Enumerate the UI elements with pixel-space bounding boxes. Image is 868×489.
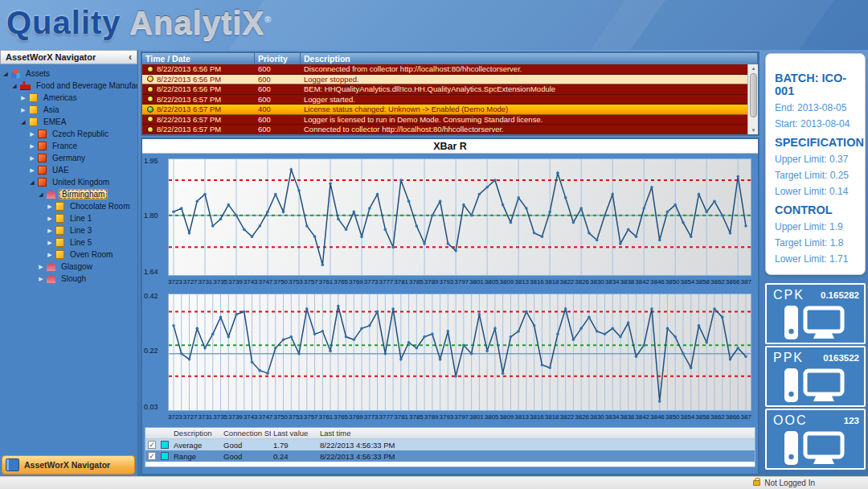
expander-closed-icon[interactable]: ▶ [19,107,27,113]
x-tick-label: 3797 [454,278,469,288]
expander-closed-icon[interactable]: ▶ [28,143,36,150]
x-tick-label: 3816 [530,278,544,288]
x-tick-label: 3753 [289,413,303,423]
collapse-panel-icon[interactable]: ‹ [129,51,132,63]
expander-closed-icon[interactable]: ▶ [37,276,45,282]
tree-item-food-and-beverage-manufacturing[interactable]: ◢Food and Beverage Manufacturing [0,80,137,92]
series-visible-checkbox[interactable]: ✓ [148,441,156,449]
expander-open-icon[interactable]: ◢ [28,179,36,186]
cube-yellow-icon [29,93,38,102]
tree-item-oven-room[interactable]: ▶Oven Room [0,249,137,261]
x-tick-label: 3743 [244,278,258,288]
scrollbar-thumb[interactable] [750,73,757,117]
x-tick-label: 3858 [695,413,710,423]
expander-closed-icon[interactable]: ▶ [46,240,54,246]
x-tick-label: 3735 [213,278,227,288]
expander-closed-icon[interactable]: ▶ [46,216,54,222]
spec-target-limit: Target Limit: 0.25 [775,170,865,181]
kpi-tiles: CPK0.165282PPK0163522OOC123 [765,283,868,470]
tree-item-assets[interactable]: ◢Assets [0,68,137,80]
column-header-description[interactable]: Description [301,53,758,64]
tree-item-slough[interactable]: ▶Slough [0,273,137,285]
alarm-priority: 600 [255,125,301,134]
tree-item-france[interactable]: ▶France [0,140,137,152]
expander-closed-icon[interactable]: ▶ [46,203,54,210]
expander-closed-icon[interactable]: ▶ [28,155,36,162]
navigator-bottom-button[interactable]: AssetWorX Navigator [2,455,135,475]
x-tick-label: 3846 [650,278,665,288]
column-header-priority[interactable]: Priority [255,53,301,64]
alarm-state-icon [147,86,154,92]
series-last-time: 8/22/2013 4:56:33 PM [317,452,755,461]
alarm-scrollbar[interactable]: ▲ ▼ [747,64,758,134]
alarm-row[interactable]: 8/22/2013 6:57 PM600Connected to collect… [142,125,747,135]
tree-item-emea[interactable]: ◢EMEA [0,116,137,128]
tree-item-americas[interactable]: ▶Americas [0,92,137,104]
expander-closed-icon[interactable]: ▶ [28,131,36,138]
computer-icon-wrap [783,304,845,346]
series-description: Average [171,441,221,450]
cube-orange-icon [38,166,47,175]
logo-analytix: AnalytiX [129,5,264,40]
x-tick-label: 3850 [665,278,680,288]
tree-item-line-1[interactable]: ▶Line 1 [0,212,137,224]
tree-item-label: Chocolate Room [68,202,132,211]
tree-item-germany[interactable]: ▶Germany [0,152,137,164]
expander-open-icon[interactable]: ◢ [37,191,45,198]
tree-item-uae[interactable]: ▶UAE [0,164,137,176]
x-tick-label: 3769 [349,278,363,288]
series-visible-checkbox[interactable]: ✓ [148,452,156,460]
expander-open-icon[interactable]: ◢ [19,119,27,125]
legend-row-range[interactable]: ✓RangeGood0.248/22/2013 4:56:33 PM [145,450,755,462]
batch-title: BATCH: ICO-001 [775,72,865,97]
specification-title: SPECIFICATION [775,136,865,149]
tree-item-birmingham[interactable]: ◢Birmingham [0,188,137,200]
alarm-rows: 8/22/2013 6:56 PM600Disconnected from co… [142,64,747,134]
expander-closed-icon[interactable]: ▶ [37,264,45,270]
alarm-row[interactable]: 8/22/2013 6:57 PM400License status chang… [142,105,747,115]
alarm-row[interactable]: 8/22/2013 6:57 PM600Logger is licensed t… [142,115,747,125]
expander-closed-icon[interactable]: ▶ [28,167,36,174]
tree-item-label: Germany [50,154,88,162]
navigator-header[interactable]: AssetWorX Navigator ‹ [0,50,137,64]
tree-item-chocolate-room[interactable]: ▶Chocolate Room [0,200,137,212]
tree-item-line-5[interactable]: ▶Line 5 [0,236,137,249]
tree-item-asia[interactable]: ▶Asia [0,104,137,116]
scroll-down-icon[interactable]: ▼ [748,126,759,134]
x-tick-label: 387 [741,278,751,288]
xbar-ytick-mid: 1.80 [144,212,166,220]
expander-open-icon[interactable]: ◢ [2,71,10,77]
alarm-row[interactable]: 8/22/2013 6:57 PM600Logger started. [142,95,747,105]
x-tick-label: 3757 [304,278,318,288]
expander-closed-icon[interactable]: ▶ [46,252,54,258]
tree-item-czech-republic[interactable]: ▶Czech Republic [0,128,137,140]
kpi-value: 123 [844,416,859,425]
x-tick-label: 3816 [530,413,544,423]
x-tick-label: 3757 [304,413,318,423]
x-tick-label: 3826 [575,278,589,288]
batch-card: BATCH: ICO-001 End: 2013-08-05 Start: 20… [765,53,866,275]
alarm-row[interactable]: 8/22/2013 6:56 PM600BEM: HHQualityAnalyt… [142,84,747,95]
legend-row-average[interactable]: ✓AverageGood1.798/22/2013 4:56:33 PM [145,439,755,450]
chart-title: XBar R [142,139,758,154]
range-ytick-max: 0.42 [144,292,166,300]
tree-item-glasgow[interactable]: ▶Glasgow [0,261,137,273]
range-chart-plot [168,294,751,411]
alarm-row[interactable]: 8/22/2013 6:56 PM600Disconnected from co… [142,64,747,75]
alarm-row[interactable]: 8/22/2013 6:56 PM600Logger stopped. [142,75,747,85]
tree-item-united-kingdom[interactable]: ◢United Kingdom [0,176,137,188]
tree-item-label: Food and Beverage Manufacturing [34,81,137,90]
alarm-row[interactable]: 8/22/2013 6:57 PM600 [142,135,747,137]
x-tick-label: 3773 [364,278,379,288]
x-tick-label: 3777 [379,413,394,423]
scroll-up-icon[interactable]: ▲ [748,64,759,72]
site-icon [47,190,55,199]
column-header-time[interactable]: Time / Date [142,53,255,64]
x-tick-label: 3866 [726,413,740,423]
expander-open-icon[interactable]: ◢ [10,83,18,89]
expander-closed-icon[interactable]: ▶ [19,95,27,101]
tree-item-line-3[interactable]: ▶Line 3 [0,224,137,236]
login-status-text[interactable]: Not Logged In [764,479,815,487]
expander-closed-icon[interactable]: ▶ [46,228,54,234]
x-tick-label: 3813 [514,413,529,423]
